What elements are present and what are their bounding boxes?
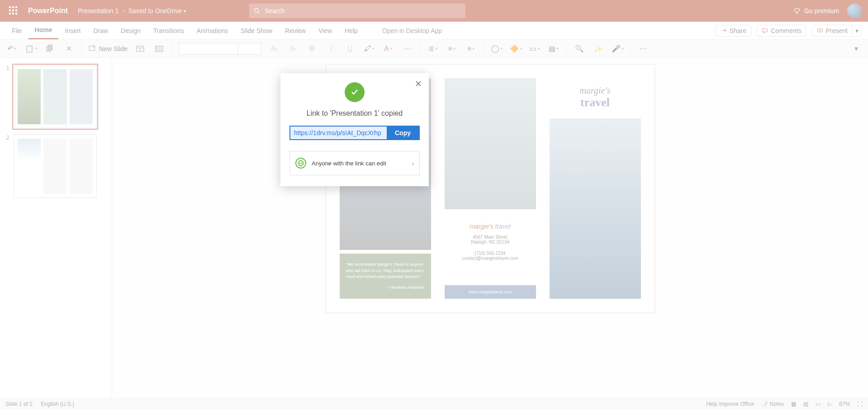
success-icon (345, 82, 365, 102)
modal-overlay[interactable] (0, 0, 868, 409)
chevron-right-icon: › (412, 160, 414, 167)
copy-button[interactable]: Copy (387, 127, 419, 139)
globe-icon (295, 158, 306, 169)
share-link-dialog: Link to 'Presentation 1' copied Copy Any… (280, 73, 429, 186)
permission-label: Anyone with the link can edit (312, 160, 386, 167)
dialog-title: Link to 'Presentation 1' copied (289, 109, 420, 118)
share-link-input[interactable] (290, 127, 387, 139)
close-icon (415, 80, 422, 87)
link-permissions-button[interactable]: Anyone with the link can edit › (289, 151, 420, 175)
close-button[interactable] (415, 80, 422, 89)
link-row: Copy (289, 126, 420, 140)
